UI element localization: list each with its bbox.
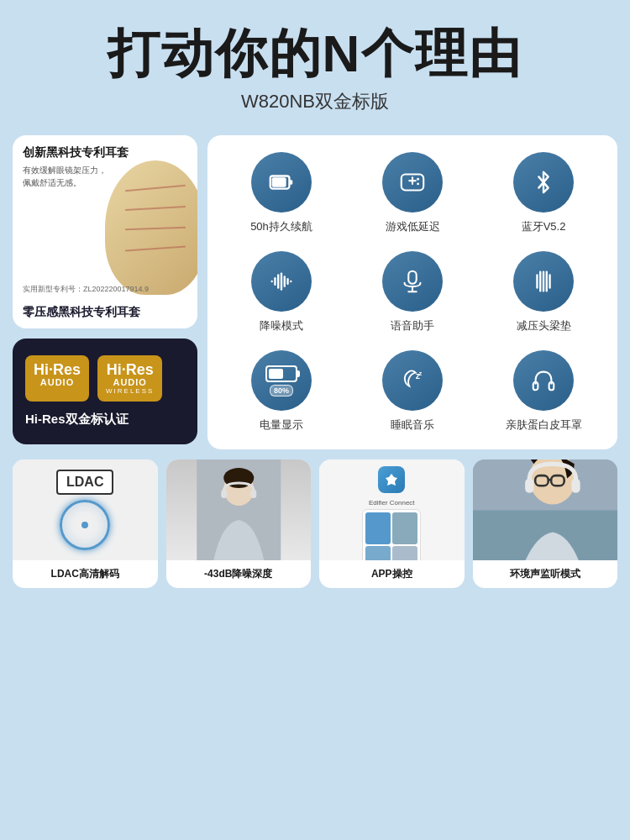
svg-point-6 xyxy=(417,178,419,181)
svg-rect-15 xyxy=(408,271,416,284)
battery-icon-circle xyxy=(251,152,312,213)
hires-label: Hi-Res双金标认证 xyxy=(25,412,129,428)
headband-svg-icon xyxy=(529,267,558,296)
sleep-icon-circle: z z xyxy=(382,350,443,411)
hires-badge-1: Hi·Res AUDIO xyxy=(25,355,89,402)
feature-voice: 语音助手 xyxy=(351,251,474,333)
ldac-card: LDAC LDAC高清解码 xyxy=(13,459,158,588)
feature-battery-display-label: 电量显示 xyxy=(260,417,303,433)
game-svg-icon xyxy=(398,168,427,197)
app-thumb-3 xyxy=(365,546,391,561)
svg-rect-39 xyxy=(571,478,580,492)
feature-headband-label: 减压头梁垫 xyxy=(517,318,571,333)
bottom-row: LDAC LDAC高清解码 -43dB降噪深度 xyxy=(0,449,630,601)
feature-ear-cushion-label: 亲肤蛋白皮耳罩 xyxy=(506,417,582,433)
ambient-label: 环境声监听模式 xyxy=(507,560,584,588)
person-visual xyxy=(166,459,312,560)
noise-icon-circle xyxy=(251,251,312,312)
app-icon xyxy=(378,466,405,493)
feature-ear-cushion: 亲肤蛋白皮耳罩 xyxy=(482,350,605,433)
svg-rect-2 xyxy=(272,178,286,187)
hires-badge2-line1: Hi·Res xyxy=(106,362,154,377)
left-column: 创新黑科技专利耳套 有效缓解眼镜架压力，佩戴舒适无感。 实用新型专利号：ZL20… xyxy=(13,135,197,449)
game-icon-circle xyxy=(382,152,443,213)
hires-badges: Hi·Res AUDIO Hi·Res AUDIO WIRELESS xyxy=(25,355,162,402)
patent-card: 创新黑科技专利耳套 有效缓解眼镜架压力，佩戴舒适无感。 实用新型专利号：ZL20… xyxy=(13,135,197,328)
feature-headband: 减压头梁垫 xyxy=(482,251,605,333)
app-label: APP操控 xyxy=(368,560,416,588)
app-screen xyxy=(362,509,421,560)
svg-point-7 xyxy=(417,183,419,186)
app-thumb-2 xyxy=(392,512,417,544)
header: 打动你的N个理由 W820NB双金标版 xyxy=(0,0,630,123)
feature-battery-display: 80% 电量显示 xyxy=(220,350,343,433)
feature-game: 游戏低延迟 xyxy=(351,152,474,234)
bluetooth-svg-icon xyxy=(529,168,558,197)
voice-icon-circle xyxy=(382,251,443,312)
hires-badge2-line2: AUDIO xyxy=(106,377,154,387)
sub-title: W820NB双金标版 xyxy=(17,89,613,114)
hires-card: Hi·Res AUDIO Hi·Res AUDIO WIRELESS Hi-Re… xyxy=(13,339,197,444)
ldac-logo: LDAC xyxy=(56,470,113,495)
content-area: 创新黑科技专利耳套 有效缓解眼镜架压力，佩戴舒适无感。 实用新型专利号：ZL20… xyxy=(0,123,630,449)
svg-rect-31 xyxy=(250,490,256,498)
feature-game-label: 游戏低延迟 xyxy=(386,219,440,234)
app-thumb-1 xyxy=(365,512,391,544)
svg-rect-38 xyxy=(525,478,533,492)
headband-icon-circle xyxy=(513,251,574,312)
person-svg xyxy=(166,459,312,560)
feature-battery-label: 50h持久续航 xyxy=(250,219,312,234)
hires-badge2-line3: WIRELESS xyxy=(106,387,154,395)
features-card: 50h持久续航 游戏低延迟 xyxy=(207,135,617,449)
noise-svg-icon xyxy=(267,267,296,296)
feature-sleep-label: 睡眠音乐 xyxy=(391,417,434,433)
feature-voice-label: 语音助手 xyxy=(391,318,434,333)
ambient-card: 环境声监听模式 xyxy=(473,459,618,588)
ldac-visual: LDAC xyxy=(13,459,158,560)
hires-badge1-line2: AUDIO xyxy=(34,377,81,387)
feature-battery: 50h持久续航 xyxy=(220,152,343,234)
app-visual: Edifier Connect xyxy=(319,459,465,560)
main-title: 打动你的N个理由 xyxy=(17,25,613,82)
hires-badge-2: Hi·Res AUDIO WIRELESS xyxy=(97,355,162,402)
battery-svg-icon xyxy=(267,168,296,197)
sleep-svg-icon: z z xyxy=(398,366,427,395)
svg-text:z: z xyxy=(419,370,423,378)
svg-rect-30 xyxy=(221,490,227,498)
ldac-label: LDAC高清解码 xyxy=(48,560,123,588)
features-grid: 50h持久续航 游戏低延迟 xyxy=(220,152,605,433)
mic-svg-icon xyxy=(398,267,427,296)
feature-bluetooth: 蓝牙V5.2 xyxy=(482,152,605,234)
app-card: Edifier Connect APP操控 xyxy=(319,459,465,588)
headphones-svg-icon xyxy=(529,366,558,395)
ear-illustration xyxy=(105,160,197,295)
patent-number: 实用新型专利号：ZL202220017914.9 xyxy=(23,284,149,295)
patent-bottom-label: 零压感黑科技专利耳套 xyxy=(23,305,140,320)
feature-bluetooth-label: 蓝牙V5.2 xyxy=(522,219,566,234)
hires-badge1-line1: Hi·Res xyxy=(34,362,81,377)
feature-noise-label: 降噪模式 xyxy=(260,318,303,333)
noise-depth-label: -43dB降噪深度 xyxy=(201,560,276,588)
battery-display-icon-circle: 80% xyxy=(251,350,312,411)
ear-cushion-icon-circle xyxy=(513,350,574,411)
svg-rect-1 xyxy=(289,180,292,185)
person2-svg xyxy=(473,459,618,560)
noise-depth-card: -43dB降噪深度 xyxy=(166,459,312,588)
app-thumb-4 xyxy=(392,546,417,561)
feature-sleep: z z 睡眠音乐 xyxy=(351,350,474,433)
bluetooth-icon-circle xyxy=(513,152,574,213)
ldac-disc xyxy=(60,500,110,550)
edifier-connect-icon xyxy=(384,472,399,487)
person2-visual xyxy=(473,459,618,560)
feature-noise: 降噪模式 xyxy=(220,251,343,333)
patent-title: 创新黑科技专利耳套 xyxy=(23,145,187,160)
